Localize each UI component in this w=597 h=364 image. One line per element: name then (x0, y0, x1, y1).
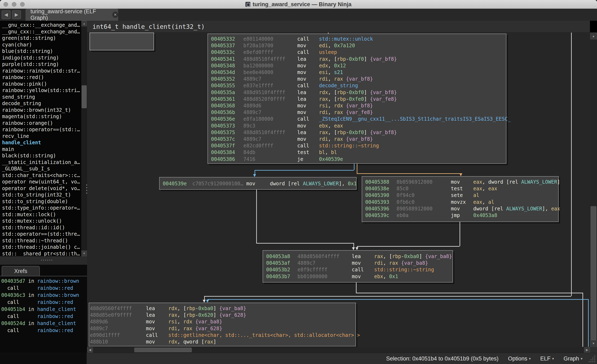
xref-entry-line[interactable]: 004035d7 in rainbow::brown (1, 277, 86, 285)
graph-vertical-scrollbar[interactable]: ▲ ▼ (590, 32, 597, 347)
disasm-row[interactable]: 00405396890588912000movdword [rel ALWAYS… (362, 206, 558, 212)
disasm-row[interactable]: 004053b7bb01000000movebx, 0x1 (263, 273, 453, 280)
disasm-row[interactable]: 0040537fe82cd0ffffcallstd::string::~stri… (208, 142, 506, 149)
disasm-row[interactable]: 004053900f94c0seteal (362, 192, 558, 198)
function-list-item[interactable]: std::to_string(double) (2, 198, 81, 205)
function-list-item[interactable]: rainbow::yellow(std::stri… (2, 87, 81, 94)
function-list-item[interactable]: decode_string (2, 100, 81, 107)
scroll-left-icon[interactable]: ◀ (87, 347, 93, 353)
scroll-right-icon[interactable]: ▶ (584, 347, 590, 353)
xrefs-tab[interactable]: Xrefs (2, 266, 40, 276)
vertical-scroll-thumb[interactable] (590, 206, 596, 340)
nav-back-button[interactable]: ◀ (2, 10, 11, 19)
function-list-item[interactable]: __gnu_cxx::__exchange_and… (2, 29, 81, 35)
xref-entry-line[interactable]: call rainbow::red (1, 327, 86, 334)
disasm-row[interactable]: 0040539ceb0ajmp0x4053a8 (362, 212, 558, 219)
nav-forward-button[interactable]: ▶ (12, 10, 21, 19)
disasm-row[interactable]: 004053b2e8f9cfffffcallstd::string::~stri… (263, 266, 453, 273)
disasm-row[interactable]: 0040538484dbtestbl, bl (208, 149, 506, 156)
disasm-row[interactable]: 004053a8488d8560f4fffflearax, [rbp-0xba0… (263, 253, 453, 260)
scroll-down-icon[interactable]: ▼ (590, 340, 597, 347)
function-list-item[interactable]: black(std::string) (2, 153, 81, 159)
disasm-row[interactable]: 4889d6movrsi, rdx {var_ba8} (89, 318, 355, 325)
disasm-row[interactable]: 0040537389c3movebx, eax (208, 123, 506, 129)
basic-block-partial-top-left[interactable] (90, 32, 154, 50)
disasm-row[interactable]: 004053524889c7movrdi, rax {var_bf8} (208, 76, 506, 82)
disasm-row[interactable]: 0040536ee8fa180000call_ZSteqIcEN9__gnu_c… (208, 116, 506, 122)
function-list-item[interactable]: std::mutex::unlock() (2, 218, 81, 224)
function-list-item[interactable]: __static_initialization_a… (2, 159, 81, 166)
disasm-row[interactable]: 0040538e85c0testeax, eax (362, 185, 558, 192)
disasm-row[interactable]: 004053888b0596912000moveax, dword [rel A… (362, 179, 558, 185)
function-list-item[interactable]: std::char_traits<char>::c… (2, 172, 81, 179)
function-list-item[interactable]: std::mutex::lock() (2, 211, 81, 218)
disasm-row[interactable]: 0040537c4889c7movrdi, rax {var_bf8} (208, 136, 506, 142)
function-list-scroll-thumb[interactable] (82, 85, 87, 108)
disasm-row[interactable]: 488d85e0f9fffflearax, [rbp-0x620] {var_6… (89, 312, 355, 318)
disasm-row[interactable]: e890d1ffffcallstd::getline<char, std::..… (89, 332, 355, 339)
horizontal-scroll-thumb[interactable] (134, 348, 192, 352)
sidebar-panel-splitter[interactable] (0, 256, 87, 265)
function-list-item[interactable]: rainbow::rainbow(std::str… (2, 68, 81, 74)
function-list-item[interactable]: operator delete(void*, vo… (2, 185, 81, 192)
xref-entry-line[interactable]: call rainbow::red (1, 285, 86, 292)
disasm-row[interactable]: 004053af4889c7movrdi, rax {var_ba8} (263, 260, 453, 266)
disasm-row[interactable]: 00405361488d8520f0fffflearax, [rbp-0xfe0… (208, 96, 506, 103)
disasm-row[interactable]: 0040535a488d9510f4ffffleardx, [rbp-0xbf0… (208, 89, 506, 96)
scroll-down-icon[interactable]: ▼ (81, 251, 87, 256)
disasm-row[interactable]: 00405375488d8510f4fffflearax, [rbp-0xbf0… (208, 129, 506, 136)
disasm-row[interactable]: 0040539ec7057c9120000100…movdword [rel A… (160, 180, 356, 187)
function-list-item[interactable]: rainbow::red() (2, 74, 81, 81)
basic-block-bottom-cut[interactable]: 488d9560f4ffffleardx, [rbp-0xba0] {var_b… (89, 303, 356, 346)
graph-horizontal-scrollbar[interactable]: ◀ ▶ (87, 347, 590, 353)
function-list-item[interactable]: purple(std::string) (2, 61, 81, 68)
xref-entry-line[interactable]: 0040524d in handle_client (1, 320, 86, 327)
disasm-row[interactable]: 004053684889d6movrsi, rdx {var_bf8} (208, 103, 506, 109)
scroll-up-icon[interactable]: ▲ (81, 21, 87, 26)
xref-entry-line[interactable]: call rainbow::red (1, 313, 86, 320)
function-list-item[interactable]: std::thread::joinable() c… (2, 244, 81, 251)
disasm-row[interactable]: 00405341488d8510f4fffflearax, [rbp-0xbf0… (208, 56, 506, 62)
function-list-item[interactable]: send_string (2, 94, 81, 101)
disasm-row[interactable]: 4889c7movrdi, rax {var_628} (89, 325, 355, 332)
function-list-item[interactable]: operator new(uint64_t, vo… (2, 179, 81, 185)
disasm-row[interactable]: 004053930fb6c0movzxeax, al (362, 199, 558, 206)
function-list-item[interactable]: std::__shared_ptr<std::th… (2, 251, 81, 256)
disasm-row[interactable]: 488b10movrdx, qword [rax] (89, 339, 355, 345)
function-list-item[interactable]: std::type_info::operator=… (2, 205, 81, 211)
function-list-item[interactable]: indigo(std::string) (2, 55, 81, 61)
function-list-item[interactable]: rainbow::operator==(std::… (2, 127, 81, 133)
function-list-item[interactable]: green(std::string) (2, 35, 81, 42)
basic-block-00405388[interactable]: 004053888b0596912000moveax, dword [rel A… (362, 176, 559, 222)
disasm-row[interactable]: 00405332e801140000callstd::mutex::unlock (208, 36, 506, 42)
disasm-row[interactable]: 00405355e837e1ffffcalldecode_string (208, 82, 506, 89)
function-list-item[interactable]: rainbow::orange() (2, 120, 81, 127)
scroll-up-icon[interactable]: ▲ (590, 32, 597, 40)
function-list-item[interactable]: recv_line (2, 133, 81, 140)
options-menu[interactable]: Options▾ (508, 356, 531, 362)
xref-entry-line[interactable]: 004051b4 in handle_client (1, 306, 86, 313)
tab-close-icon[interactable]: ✕ (112, 12, 118, 18)
disasm-row[interactable]: 00405348ba12000000movedx, 0x12 (208, 62, 506, 69)
basic-block-00405332[interactable]: 00405332e801140000callstd::mutex::unlock… (207, 34, 506, 164)
function-list-item[interactable]: main (2, 146, 81, 153)
function-list-item[interactable]: __gnu_cxx::__exchange_and… (2, 22, 81, 29)
graph-canvas[interactable]: 00405332e801140000callstd::mutex::unlock… (87, 32, 590, 347)
disasm-row[interactable]: 488d9560f4ffffleardx, [rbp-0xba0] {var_b… (89, 305, 355, 312)
graph-menu[interactable]: Graph▾ (563, 356, 582, 362)
function-list-item[interactable]: magenta(std::string) (2, 113, 81, 120)
xref-entry-line[interactable]: 004036c3 in rainbow::brown (1, 292, 86, 299)
resize-grip-icon[interactable] (589, 356, 596, 363)
disasm-row[interactable]: 00405337bf20a10700movedi, 0x7a120 (208, 42, 506, 49)
function-list-item[interactable]: blue(std::string) (2, 48, 81, 55)
function-list-item[interactable]: std::thread::~thread() (2, 237, 81, 244)
xref-entry-line[interactable]: call rainbow::red (1, 299, 86, 306)
function-list-item[interactable]: rainbow::pink() (2, 81, 81, 87)
function-list-item[interactable]: std::to_string(int32_t) (2, 192, 81, 198)
tab-turing-award-service[interactable]: turing_award-service (ELF Graph) ✕ (25, 9, 118, 21)
disasm-row[interactable]: 004053867416je0x40539e (208, 156, 506, 163)
disasm-row[interactable]: 0040536b4889c7movrdi, rax {var_fe8} (208, 109, 506, 116)
function-list-item[interactable]: std::operator==(std::thre… (2, 231, 81, 237)
function-list-item-active[interactable]: handle_client (2, 140, 81, 146)
function-list-item[interactable]: std::thread::id::id() (2, 224, 81, 231)
